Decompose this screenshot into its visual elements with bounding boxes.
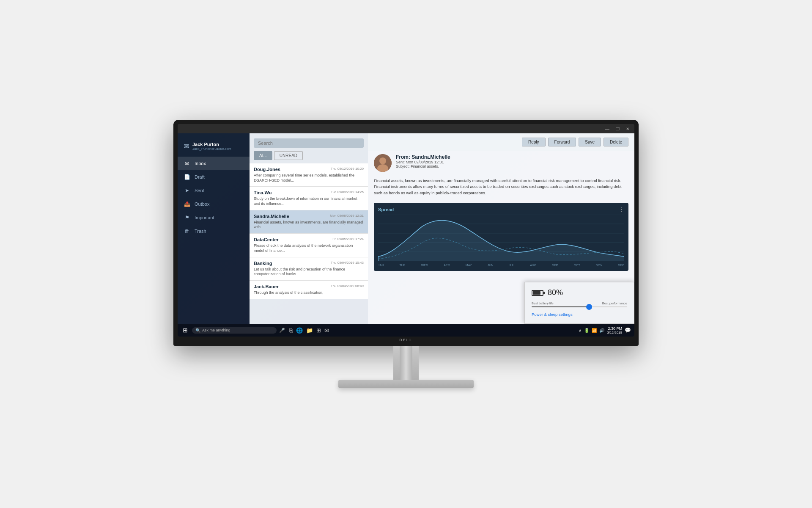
chart-label-wed: WED xyxy=(421,264,428,267)
email-sender: Sandra.Michelle xyxy=(254,214,289,219)
email-sender: Banking xyxy=(254,261,272,266)
outbox-label: Outbox xyxy=(195,202,209,207)
email-header-section: From: Sandra.Michelle Sent: Mon 09/08/20… xyxy=(368,151,634,175)
outbox-icon: 📤 xyxy=(184,201,190,207)
email-date: Fri 09/05/2019 17:24 xyxy=(332,237,364,242)
email-list: ALL UNREAD Doug.Jones Thu 09/12/2019 10:… xyxy=(250,133,368,324)
battery-slider[interactable] xyxy=(532,306,627,307)
sidebar-item-sent[interactable]: ➤ Sent xyxy=(178,184,250,197)
battery-label-right: Best performance xyxy=(602,301,627,305)
draft-icon: 📄 xyxy=(184,174,190,180)
taskbar-clock[interactable]: 2:30 PM 3/12/2019 xyxy=(607,326,622,334)
minimize-button[interactable]: — xyxy=(604,127,611,131)
battery-taskbar-icon[interactable]: 🔋 xyxy=(584,328,589,333)
start-button[interactable]: ⊞ xyxy=(181,327,189,334)
mail-icon: ✉ xyxy=(184,142,189,150)
email-sender: Jack.Bauer xyxy=(254,284,279,289)
user-info: Jack Purton Jack_Purton@DBlue.com xyxy=(192,142,231,151)
delete-button[interactable]: Delete xyxy=(604,138,628,146)
list-item[interactable]: Jack.Bauer Thu 09/04/2019 06:49 Through … xyxy=(250,281,368,299)
user-name: Jack Purton xyxy=(192,142,231,147)
battery-popup: 80% Best battery life Best performance xyxy=(524,282,634,324)
svg-point-1 xyxy=(379,157,386,164)
clock-date: 3/12/2019 xyxy=(607,331,622,334)
chart-container: Spread ⋮ xyxy=(374,203,628,271)
email-meta: From: Sandra.Michelle Sent: Mon 09/08/20… xyxy=(396,154,628,168)
avatar xyxy=(374,154,392,172)
search-input-wrapper[interactable] xyxy=(254,138,364,148)
chevron-up-icon[interactable]: ∧ xyxy=(579,328,582,333)
edge-icon[interactable]: 🌐 xyxy=(296,327,303,334)
search-icon: 🔍 xyxy=(195,328,200,333)
task-view-icon[interactable]: ⎘ xyxy=(289,327,293,334)
list-item[interactable]: Sandra.Michelle Mon 09/08/2019 12:31 Fin… xyxy=(250,210,368,234)
dell-logo: DELL xyxy=(399,338,413,342)
email-date: Thu 09/12/2019 10:20 xyxy=(331,167,364,172)
user-email: Jack_Purton@DBlue.com xyxy=(192,147,231,151)
sidebar-item-draft[interactable]: 📄 Draft xyxy=(178,170,250,184)
email-preview: Through the analysis of the classificati… xyxy=(254,290,364,295)
clock-time: 2:30 PM xyxy=(608,326,622,331)
email-date: Tue 09/09/2019 14:25 xyxy=(331,190,364,195)
explorer-icon[interactable]: 📁 xyxy=(306,327,313,334)
email-sender: Doug.Jones xyxy=(254,167,280,172)
battery-slider-thumb[interactable] xyxy=(586,304,592,310)
list-item[interactable]: Tina.Wu Tue 09/09/2019 14:25 Study on th… xyxy=(250,187,368,210)
chart-label-jul: JUL xyxy=(509,264,514,267)
chart-menu-icon[interactable]: ⋮ xyxy=(618,206,624,213)
email-date: Mon 09/08/2019 12:31 xyxy=(330,214,364,219)
sidebar-item-trash[interactable]: 🗑 Trash xyxy=(178,224,250,238)
notification-icon[interactable]: 💬 xyxy=(625,327,631,333)
monitor-neck xyxy=(393,346,419,380)
network-icon[interactable]: 📶 xyxy=(592,328,597,333)
email-sender: DataCenter xyxy=(254,237,279,242)
taskbar-sys-icons: ∧ 🔋 📶 🔊 xyxy=(579,328,604,333)
chart-title: Spread xyxy=(378,207,624,212)
taskbar-right: ∧ 🔋 📶 🔊 2:30 PM 3/12/2019 💬 xyxy=(579,326,631,334)
trash-label: Trash xyxy=(195,229,206,234)
title-bar: — ❐ ✕ xyxy=(178,124,634,133)
maximize-button[interactable]: ❐ xyxy=(614,127,621,131)
email-from: From: Sandra.Michelle xyxy=(396,154,628,160)
sidebar-item-inbox[interactable]: ✉ Inbox xyxy=(178,157,250,170)
filter-unread[interactable]: UNREAD xyxy=(274,151,303,160)
search-input[interactable] xyxy=(258,141,359,146)
email-date: Thu 09/04/2019 06:49 xyxy=(331,284,364,289)
email-items: Doug.Jones Thu 09/12/2019 10:20 After co… xyxy=(250,163,368,324)
important-icon: ⚑ xyxy=(184,215,190,221)
search-bar xyxy=(250,133,368,151)
email-preview: Financial assets, known as investments, … xyxy=(254,220,364,230)
power-sleep-link[interactable]: Power & sleep settings xyxy=(532,312,573,317)
chart-label-dec: DEC xyxy=(618,264,624,267)
taskbar-search-text: Ask me anything xyxy=(202,328,230,332)
email-item-header: Sandra.Michelle Mon 09/08/2019 12:31 xyxy=(254,214,364,219)
store-icon[interactable]: ⊞ xyxy=(316,327,321,334)
volume-icon[interactable]: 🔊 xyxy=(599,328,604,333)
close-button[interactable]: ✕ xyxy=(624,127,631,131)
battery-slider-section: Best battery life Best performance xyxy=(532,301,627,307)
chart-x-labels: JAN TUE WED APR MAY JUN JUL AUG SEP OCT … xyxy=(378,264,624,267)
reply-button[interactable]: Reply xyxy=(522,138,546,146)
chart-label-sep: SEP xyxy=(552,264,558,267)
microphone-icon[interactable]: 🎤 xyxy=(279,328,285,333)
important-label: Important xyxy=(195,215,214,220)
taskbar-search[interactable]: 🔍 Ask me anything xyxy=(192,327,277,334)
forward-button[interactable]: Forward xyxy=(548,138,576,146)
list-item[interactable]: Doug.Jones Thu 09/12/2019 10:20 After co… xyxy=(250,163,368,187)
email-preview: Study on the breakdown of information in… xyxy=(254,196,364,206)
email-body: Financial assets, known as investments, … xyxy=(368,175,634,200)
list-item[interactable]: DataCenter Fri 09/05/2019 17:24 Please c… xyxy=(250,234,368,257)
battery-percent: 80% xyxy=(548,288,563,297)
filter-all[interactable]: ALL xyxy=(254,151,272,160)
mail-taskbar-icon[interactable]: ✉ xyxy=(324,327,329,334)
save-button[interactable]: Save xyxy=(579,138,601,146)
email-actions: Reply Forward Save Delete xyxy=(368,133,634,151)
app-container: ✉ Jack Purton Jack_Purton@DBlue.com ✉ In… xyxy=(178,133,634,324)
list-item[interactable]: Banking Thu 09/04/2019 15:43 Let us talk… xyxy=(250,257,368,281)
monitor-wrapper: — ❐ ✕ ✉ Jack Purton Jack_Purton@DBlue.co… xyxy=(173,120,639,388)
sidebar-item-outbox[interactable]: 📤 Outbox xyxy=(178,197,250,211)
chart-label-may: MAY xyxy=(466,264,472,267)
monitor-base xyxy=(338,380,474,388)
email-date: Thu 09/04/2019 15:43 xyxy=(331,261,364,266)
sidebar-item-important[interactable]: ⚑ Important xyxy=(178,211,250,224)
